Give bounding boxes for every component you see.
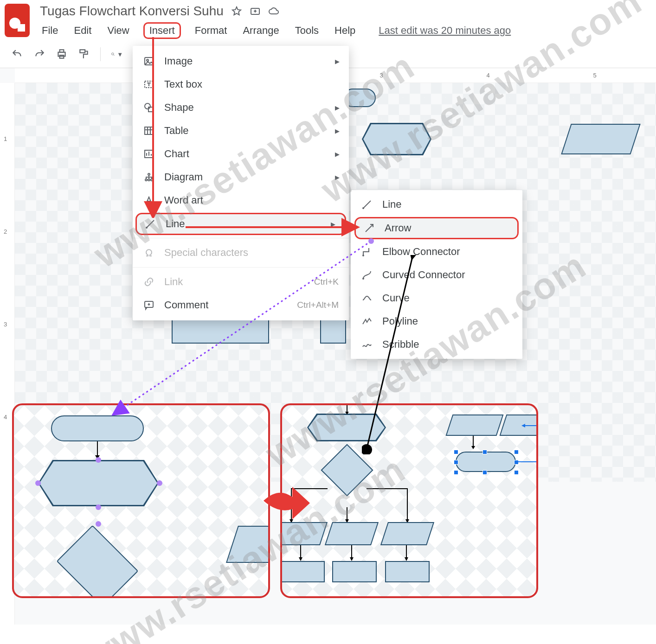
selection-handle[interactable] bbox=[454, 470, 458, 475]
flowchart-io[interactable] bbox=[226, 526, 270, 563]
svg-point-21 bbox=[362, 278, 364, 280]
shortcut: Ctrl+Alt+M bbox=[297, 300, 339, 310]
menu-separator bbox=[133, 267, 349, 268]
insert-line[interactable]: Line bbox=[135, 213, 346, 235]
flowchart-process[interactable] bbox=[332, 561, 377, 582]
flowchart-io[interactable] bbox=[280, 522, 328, 545]
curve-icon bbox=[361, 292, 373, 304]
selection-handle[interactable] bbox=[96, 521, 101, 527]
flowchart-process[interactable] bbox=[385, 561, 430, 582]
flowchart-io[interactable] bbox=[561, 124, 640, 154]
insert-shape[interactable]: Shape bbox=[133, 96, 349, 119]
move-icon[interactable] bbox=[250, 6, 261, 17]
menu-label: Line bbox=[382, 198, 402, 210]
menu-view[interactable]: View bbox=[105, 23, 131, 38]
svg-rect-10 bbox=[148, 107, 153, 112]
menu-format[interactable]: Format bbox=[193, 23, 229, 38]
example-after-panel bbox=[280, 403, 538, 598]
selection-handle[interactable] bbox=[482, 470, 487, 475]
flowchart-io[interactable] bbox=[380, 522, 434, 545]
menu-label: Special characters bbox=[164, 247, 248, 259]
app-header: Tugas Flowchart Konversi Suhu File Edit … bbox=[0, 0, 656, 39]
insert-diagram[interactable]: Diagram bbox=[133, 166, 349, 189]
menu-arrange[interactable]: Arrange bbox=[241, 23, 281, 38]
textbox-icon bbox=[143, 78, 155, 90]
selection-handle[interactable] bbox=[96, 457, 101, 463]
insert-wordart[interactable]: Word art bbox=[133, 189, 349, 212]
redo-icon[interactable] bbox=[33, 48, 45, 60]
menu-insert[interactable]: Insert bbox=[143, 22, 181, 39]
transition-arrow-icon bbox=[260, 478, 311, 524]
flowchart-preparation-fill bbox=[39, 461, 157, 505]
menu-label: Table bbox=[164, 125, 189, 137]
menu-edit[interactable]: Edit bbox=[72, 23, 93, 38]
curved-connector-icon bbox=[361, 269, 373, 281]
flowchart-io[interactable] bbox=[325, 522, 379, 545]
menu-label: Link bbox=[164, 276, 183, 288]
chart-icon bbox=[143, 148, 155, 160]
app-logo bbox=[5, 4, 30, 37]
selection-handle[interactable] bbox=[157, 480, 162, 486]
doc-title[interactable]: Tugas Flowchart Konversi Suhu bbox=[40, 4, 224, 19]
flowchart-terminator-selected[interactable] bbox=[456, 452, 516, 472]
table-icon bbox=[143, 125, 155, 137]
ruler-tick: 5 bbox=[593, 72, 596, 79]
svg-point-17 bbox=[146, 227, 148, 229]
selection-handle[interactable] bbox=[96, 504, 101, 510]
toolbar-separator bbox=[100, 47, 101, 61]
svg-point-19 bbox=[362, 207, 364, 209]
menu-label: Comment bbox=[164, 299, 208, 311]
selection-handle[interactable] bbox=[35, 480, 41, 486]
scribble-icon bbox=[361, 338, 373, 351]
insert-comment[interactable]: Comment Ctrl+Alt+M bbox=[133, 293, 349, 317]
diagram-icon bbox=[143, 171, 155, 183]
svg-point-5 bbox=[112, 53, 114, 55]
menu-file[interactable]: File bbox=[40, 23, 60, 38]
line-curved[interactable]: Curved Connector bbox=[351, 263, 522, 287]
selection-handle[interactable] bbox=[454, 460, 458, 465]
line-polyline[interactable]: Polyline bbox=[351, 310, 522, 333]
insert-table[interactable]: Table bbox=[133, 119, 349, 142]
zoom-icon[interactable]: ▼ bbox=[111, 48, 123, 60]
selection-handle[interactable] bbox=[482, 450, 487, 454]
line-curve[interactable]: Curve bbox=[351, 287, 522, 310]
image-icon bbox=[143, 55, 155, 67]
flowchart-io[interactable] bbox=[446, 414, 504, 436]
ruler-tick: 3 bbox=[4, 321, 7, 328]
flowchart-preparation-fill bbox=[309, 415, 385, 440]
line-line[interactable]: Line bbox=[351, 193, 522, 216]
insert-link: Link Ctrl+K bbox=[133, 270, 349, 293]
menu-label: Image bbox=[164, 55, 193, 67]
flowchart-process[interactable] bbox=[280, 561, 325, 582]
star-icon[interactable] bbox=[231, 6, 242, 17]
last-edit-link[interactable]: Last edit was 20 minutes ago bbox=[379, 25, 511, 37]
menu-label: Polyline bbox=[382, 315, 418, 327]
menu-tools[interactable]: Tools bbox=[293, 23, 321, 38]
line-icon bbox=[361, 198, 373, 210]
selection-handle[interactable] bbox=[454, 450, 458, 454]
insert-image[interactable]: Image bbox=[133, 50, 349, 73]
arrow-icon bbox=[363, 222, 375, 234]
svg-rect-2 bbox=[60, 50, 64, 52]
flowchart-terminator[interactable] bbox=[51, 415, 144, 441]
menu-label: Word art bbox=[164, 194, 203, 206]
elbow-icon bbox=[361, 246, 373, 258]
undo-icon[interactable] bbox=[11, 48, 23, 60]
flowchart-preparation-fill bbox=[363, 124, 430, 154]
line-arrow[interactable]: Arrow bbox=[354, 217, 519, 239]
selection-handle[interactable] bbox=[514, 470, 519, 475]
svg-point-14 bbox=[145, 179, 147, 181]
line-scribble[interactable]: Scribble bbox=[351, 333, 522, 356]
print-icon[interactable] bbox=[56, 48, 68, 60]
menu-label: Curve bbox=[382, 292, 410, 304]
paint-format-icon[interactable] bbox=[78, 48, 90, 60]
menu-bar: File Edit View Insert Format Arrange Too… bbox=[40, 22, 651, 39]
line-elbow[interactable]: Elbow Connector bbox=[351, 240, 522, 263]
insert-chart[interactable]: Chart bbox=[133, 142, 349, 166]
svg-point-16 bbox=[151, 179, 153, 181]
insert-textbox[interactable]: Text box bbox=[133, 73, 349, 96]
menu-help[interactable]: Help bbox=[333, 23, 357, 38]
flowchart-decision[interactable] bbox=[57, 525, 139, 598]
cloud-saved-icon[interactable] bbox=[268, 6, 279, 17]
menu-label: Line bbox=[166, 218, 185, 230]
